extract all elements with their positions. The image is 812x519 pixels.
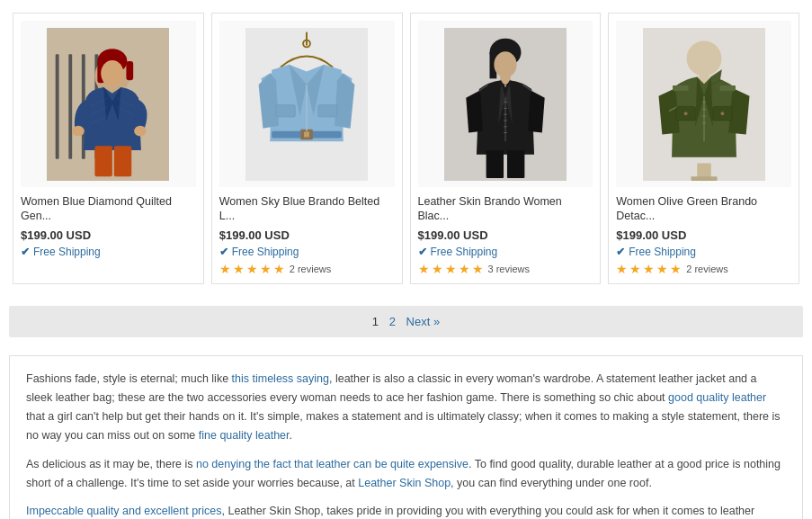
- product-card-4[interactable]: Women Olive Green Brando Detac... $199.0…: [608, 13, 799, 284]
- check-icon-1: ✔: [21, 246, 30, 258]
- svg-rect-15: [95, 146, 112, 176]
- star-rating-3: ★ ★ ★ ★ ★ 3 reviews: [418, 262, 593, 276]
- star-3: ★: [445, 262, 457, 276]
- star-2: ★: [233, 262, 245, 276]
- highlight-2: good quality leather: [668, 391, 766, 404]
- svg-point-58: [720, 112, 724, 115]
- check-icon-2: ✔: [219, 246, 228, 258]
- review-count-3: 3 reviews: [488, 264, 530, 274]
- product-card-1[interactable]: Women Blue Diamond Quilted Gen... $199.0…: [13, 13, 204, 284]
- svg-rect-60: [719, 85, 735, 91]
- star-2: ★: [432, 262, 443, 276]
- svg-rect-27: [318, 104, 337, 117]
- free-shipping-2: ✔ Free Shipping: [219, 246, 395, 258]
- star-3: ★: [246, 262, 258, 276]
- svg-rect-1: [56, 54, 59, 159]
- star-4: ★: [656, 262, 668, 276]
- star-4: ★: [260, 262, 272, 276]
- product-card-3[interactable]: Leather Skin Brando Women Blac... $199.0…: [410, 13, 602, 284]
- product-price-2: $199.00 USD: [219, 228, 395, 242]
- product-image-4: [616, 21, 791, 187]
- product-image-3: [418, 21, 593, 187]
- product-price-1: $199.00 USD: [21, 228, 196, 242]
- free-shipping-1: ✔ Free Shipping: [21, 246, 196, 258]
- svg-rect-42: [486, 150, 504, 178]
- svg-rect-43: [507, 150, 524, 178]
- description-paragraph-2: As delicious as it may be, there is no d…: [26, 455, 786, 494]
- page-wrapper: Women Blue Diamond Quilted Gen... $199.0…: [0, 0, 812, 519]
- svg-point-9: [102, 59, 124, 85]
- product-image-1: [21, 21, 196, 187]
- product-image-2: [219, 21, 395, 187]
- product-title-3: Leather Skin Brando Women Blac...: [418, 194, 593, 224]
- check-icon-3: ✔: [418, 246, 427, 258]
- svg-rect-46: [691, 176, 717, 181]
- review-count-4: 2 reviews: [686, 264, 727, 274]
- product-grid: Women Blue Diamond Quilted Gen... $199.0…: [9, 9, 803, 288]
- product-title-2: Women Sky Blue Brando Belted L...: [219, 194, 395, 224]
- svg-rect-59: [673, 85, 688, 91]
- highlight-4: no denying the fact that leather can be …: [196, 458, 468, 470]
- star-1: ★: [418, 262, 430, 276]
- star-2: ★: [629, 262, 641, 276]
- svg-rect-16: [114, 146, 131, 176]
- svg-rect-2: [69, 54, 73, 159]
- review-count-2: 2 reviews: [290, 264, 331, 274]
- svg-rect-26: [276, 104, 295, 117]
- star-rating-2: ★ ★ ★ ★ ★ 2 reviews: [219, 262, 395, 276]
- highlight-6: Impeccable quality and excellent prices: [26, 505, 221, 517]
- star-5: ★: [472, 262, 484, 276]
- pagination-page-2[interactable]: 2: [389, 315, 396, 328]
- svg-point-47: [686, 40, 721, 76]
- star-3: ★: [643, 262, 655, 276]
- description-box: Fashions fade, style is eternal; much li…: [9, 355, 803, 520]
- pagination-next[interactable]: Next »: [406, 315, 441, 328]
- free-shipping-3: ✔ Free Shipping: [418, 246, 593, 258]
- product-title-4: Women Olive Green Brando Detac...: [616, 194, 791, 224]
- svg-point-18: [135, 125, 147, 136]
- highlight-3: fine quality leather: [199, 429, 290, 442]
- product-price-3: $199.00 USD: [418, 228, 593, 242]
- free-shipping-4: ✔ Free Shipping: [616, 246, 791, 258]
- star-1: ★: [616, 262, 628, 276]
- star-4: ★: [459, 262, 470, 276]
- product-card-2[interactable]: Women Sky Blue Brando Belted L... $199.0…: [211, 13, 403, 284]
- star-1: ★: [219, 262, 231, 276]
- pagination-bar: 1 2 Next »: [9, 306, 803, 337]
- svg-point-31: [494, 51, 516, 77]
- highlight-1: this timeless saying: [232, 372, 329, 385]
- product-title-1: Women Blue Diamond Quilted Gen...: [21, 194, 196, 224]
- description-paragraph-3: Impeccable quality and excellent prices,…: [26, 502, 786, 519]
- highlight-5: Leather Skin Shop: [358, 477, 451, 489]
- star-rating-4: ★ ★ ★ ★ ★ 2 reviews: [616, 262, 791, 276]
- svg-rect-8: [127, 60, 134, 79]
- star-5: ★: [273, 262, 285, 276]
- svg-point-57: [683, 112, 687, 115]
- star-5: ★: [670, 262, 682, 276]
- product-price-4: $199.00 USD: [616, 228, 791, 242]
- description-paragraph-1: Fashions fade, style is eternal; much li…: [26, 370, 786, 446]
- pagination-current[interactable]: 1: [372, 315, 379, 328]
- svg-rect-24: [304, 131, 309, 137]
- check-icon-4: ✔: [616, 246, 625, 258]
- svg-point-17: [73, 125, 85, 136]
